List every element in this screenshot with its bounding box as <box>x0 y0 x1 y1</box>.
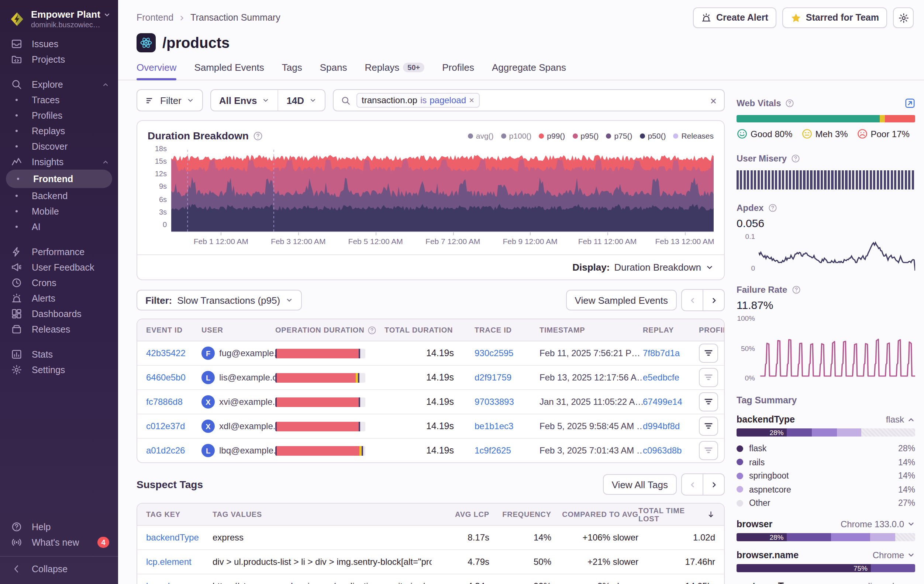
sidebar-item-traces[interactable]: Traces <box>0 92 118 108</box>
tab-tags[interactable]: Tags <box>282 62 302 80</box>
search-bar[interactable]: transaction.op is pageload × × <box>333 89 725 111</box>
tag-selected-value[interactable]: flask <box>886 415 915 425</box>
search-input[interactable] <box>485 94 704 106</box>
replay-link[interactable]: 7f8b7d1a <box>643 348 680 359</box>
column-header[interactable]: REPLAY <box>643 326 699 334</box>
trace-id-link[interactable]: be1b1ec3 <box>475 421 513 431</box>
sidebar-item-ai[interactable]: AI <box>0 219 118 235</box>
transactions-filter-button[interactable]: Filter: Slow Transactions (p95) <box>137 290 302 311</box>
create-alert-button[interactable]: Create Alert <box>693 7 776 28</box>
trace-id-link[interactable]: 930c2595 <box>475 348 513 359</box>
column-header[interactable]: TAG KEY <box>146 510 213 518</box>
sidebar-item-crons[interactable]: Crons <box>0 275 118 291</box>
tag-selected-value[interactable]: medium-plan <box>853 581 915 584</box>
profile-button[interactable] <box>699 441 718 460</box>
legend-item[interactable]: p99() <box>539 131 565 140</box>
sidebar-item-issues[interactable]: Issues <box>0 36 118 52</box>
sidebar-item-insights[interactable]: Insights <box>0 154 118 169</box>
help-icon[interactable] <box>768 204 777 212</box>
operation-duration-bar[interactable] <box>275 373 365 382</box>
view-sampled-events-button[interactable]: View Sampled Events <box>566 290 677 311</box>
token-remove-icon[interactable]: × <box>469 95 474 105</box>
settings-button[interactable] <box>893 7 914 28</box>
event-id-link[interactable]: 6460e5b0 <box>146 372 186 383</box>
breadcrumb-project[interactable]: Frontend <box>137 13 173 23</box>
tab-replays[interactable]: Replays50+ <box>365 62 424 80</box>
tab-profiles[interactable]: Profiles <box>442 62 474 80</box>
column-header[interactable]: TIMESTAMP <box>540 326 643 334</box>
suspect-next-button[interactable] <box>703 474 725 495</box>
tag-legend-row[interactable]: springboot14% <box>736 469 915 483</box>
operation-duration-bar[interactable] <box>275 397 365 407</box>
sidebar-item-dashboards[interactable]: Dashboards <box>0 306 118 321</box>
sidebar-item-replays[interactable]: Replays <box>0 123 118 139</box>
filter-button[interactable]: Filter <box>137 89 203 111</box>
event-id-link[interactable]: fc7886d8 <box>146 397 183 407</box>
operation-duration-bar[interactable] <box>275 446 365 455</box>
profile-button[interactable] <box>699 416 718 436</box>
date-range-selector[interactable]: 14D <box>277 90 325 110</box>
next-page-button[interactable] <box>703 289 725 311</box>
help-icon[interactable] <box>785 99 794 108</box>
tag-selected-value[interactable]: Chrome <box>873 550 915 560</box>
tag-legend-row[interactable]: Other27% <box>736 496 915 510</box>
operation-duration-bar[interactable] <box>275 421 365 431</box>
sidebar-item-frontend[interactable]: Frontend <box>6 169 112 188</box>
column-header[interactable]: TOTAL TIME LOST <box>639 506 715 522</box>
column-header[interactable]: TAG VALUES <box>213 510 432 518</box>
search-clear-icon[interactable]: × <box>710 94 717 107</box>
tag-legend-row[interactable]: flask28% <box>736 442 915 455</box>
column-header[interactable]: USER <box>201 326 275 334</box>
column-header[interactable]: TRACE ID <box>475 326 540 334</box>
tag-key-link[interactable]: lcp.url <box>146 581 170 584</box>
sidebar-item-help[interactable]: Help <box>0 519 118 535</box>
legend-item[interactable]: p50() <box>640 131 666 140</box>
legend-item[interactable]: avg() <box>468 131 494 140</box>
legend-item[interactable]: p75() <box>606 131 632 140</box>
event-id-link[interactable]: a01d2c26 <box>146 445 185 456</box>
sidebar-item-collapse[interactable]: Collapse <box>0 561 118 577</box>
column-header[interactable]: EVENT ID <box>146 326 201 334</box>
column-header[interactable]: OPERATION DURATION <box>275 326 384 334</box>
legend-item[interactable]: p95() <box>573 131 599 140</box>
operation-duration-bar[interactable] <box>275 349 365 358</box>
profile-button[interactable] <box>699 392 718 411</box>
tab-aggregate-spans[interactable]: Aggregate Spans <box>492 62 566 80</box>
column-header[interactable]: FREQUENCY <box>489 510 551 518</box>
legend-item[interactable]: Releases <box>673 131 714 140</box>
trace-id-link[interactable]: 1c9f2625 <box>475 445 511 456</box>
search-token[interactable]: transaction.op is pageload × <box>356 93 479 108</box>
sidebar-item-settings[interactable]: Settings <box>0 362 118 378</box>
sidebar-item-releases[interactable]: Releases <box>0 321 118 337</box>
help-icon[interactable] <box>791 154 800 163</box>
event-id-link[interactable]: 42b35422 <box>146 348 186 359</box>
environment-selector[interactable]: All Envs <box>211 90 278 110</box>
profile-button[interactable] <box>699 368 718 387</box>
event-id-link[interactable]: c012e37d <box>146 421 185 431</box>
replay-link[interactable]: c0963d8b <box>643 445 681 456</box>
tab-sampled-events[interactable]: Sampled Events <box>194 62 264 80</box>
tab-spans[interactable]: Spans <box>320 62 347 80</box>
legend-item[interactable]: p100() <box>501 131 532 140</box>
sidebar-item-performance[interactable]: Performance <box>0 244 118 260</box>
replay-link[interactable]: 67499e14 <box>643 397 682 407</box>
tag-legend-row[interactable]: aspnetcore14% <box>736 483 915 496</box>
sidebar-item-user-feedback[interactable]: User Feedback <box>0 260 118 275</box>
sidebar-item-explore[interactable]: Explore <box>0 77 118 92</box>
org-switcher[interactable]: Empower Plant dominik.buszowiec… <box>0 7 118 36</box>
replay-link[interactable]: d994bf8d <box>643 421 680 431</box>
tag-key-link[interactable]: backendType <box>146 532 199 543</box>
tag-distribution-bar[interactable]: 75% <box>736 564 915 572</box>
sidebar-item-stats[interactable]: Stats <box>0 347 118 362</box>
replay-link[interactable]: e5edbcfe <box>643 372 679 383</box>
trace-id-link[interactable]: d2f91759 <box>475 372 512 383</box>
sidebar-item-backend[interactable]: Backend <box>0 188 118 204</box>
suspect-prev-button[interactable] <box>681 474 703 495</box>
sidebar-item-discover[interactable]: Discover <box>0 139 118 154</box>
column-header[interactable]: COMPARED TO AVG <box>551 510 639 518</box>
starred-for-team-button[interactable]: Starred for Team <box>782 7 887 28</box>
profile-button[interactable] <box>699 344 718 363</box>
duration-breakdown-chart[interactable] <box>171 148 714 232</box>
tab-overview[interactable]: Overview <box>137 62 177 80</box>
sidebar-item-projects[interactable]: Projects <box>0 52 118 67</box>
